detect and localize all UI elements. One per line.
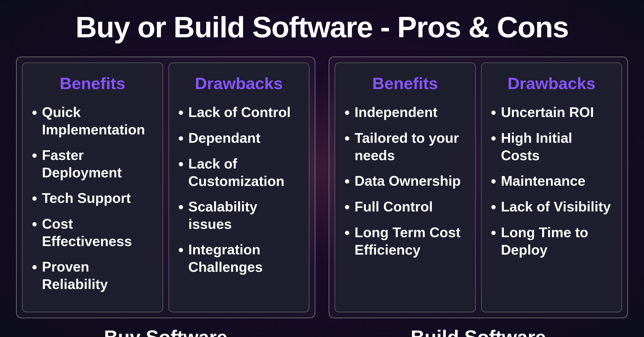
- buy-section-label: Buy Software: [16, 326, 315, 337]
- build-section-label: Build Software: [329, 326, 628, 337]
- list-item: Data Ownership: [345, 172, 466, 190]
- buy-drawbacks-list: Lack of Control Dependant Lack of Custom…: [178, 104, 300, 301]
- build-benefits-list: Independent Tailored to your needs Data …: [345, 104, 466, 301]
- list-item: Lack of Customization: [178, 155, 300, 190]
- list-item: Maintenance: [491, 172, 612, 190]
- buy-section: Benefits Quick Implementation Faster Dep…: [16, 57, 315, 337]
- list-item: Proven Reliability: [32, 258, 153, 293]
- buy-drawbacks-card: Drawbacks Lack of Control Dependant Lack…: [169, 63, 310, 312]
- list-item: Scalability issues: [178, 198, 300, 233]
- list-item: Long Term Cost Efficiency: [345, 224, 466, 259]
- list-item: Independent: [345, 104, 466, 121]
- list-item: High Initial Costs: [491, 129, 612, 164]
- list-item: Quick Implementation: [32, 104, 153, 138]
- build-drawbacks-heading: Drawbacks: [491, 74, 612, 93]
- list-item: Uncertain ROI: [491, 104, 612, 121]
- list-item: Faster Deployment: [32, 146, 153, 181]
- buy-benefits-list: Quick Implementation Faster Deployment T…: [32, 104, 153, 301]
- buy-cards-wrapper: Benefits Quick Implementation Faster Dep…: [16, 57, 315, 318]
- build-section: Benefits Independent Tailored to your ne…: [329, 57, 628, 337]
- build-benefits-card: Benefits Independent Tailored to your ne…: [335, 63, 476, 312]
- build-drawbacks-card: Drawbacks Uncertain ROI High Initial Cos…: [481, 63, 622, 312]
- list-item: Full Control: [345, 198, 466, 216]
- list-item: Integration Challenges: [178, 241, 300, 276]
- list-item: Cost Effectiveness: [32, 215, 153, 250]
- buy-drawbacks-heading: Drawbacks: [178, 74, 300, 93]
- build-cards-wrapper: Benefits Independent Tailored to your ne…: [329, 57, 628, 318]
- buy-benefits-card: Benefits Quick Implementation Faster Dep…: [22, 63, 163, 312]
- list-item: Lack of Control: [178, 104, 300, 121]
- list-item: Tailored to your needs: [345, 129, 466, 164]
- list-item: Tech Support: [32, 189, 153, 207]
- list-item: Dependant: [178, 129, 300, 147]
- page-title: Buy or Build Software - Pros & Cons: [76, 11, 569, 43]
- buy-benefits-heading: Benefits: [32, 74, 153, 93]
- list-item: Lack of Visibility: [491, 198, 612, 216]
- build-drawbacks-list: Uncertain ROI High Initial Costs Mainten…: [491, 104, 612, 301]
- list-item: Long Time to Deploy: [491, 224, 612, 259]
- build-benefits-heading: Benefits: [345, 74, 466, 93]
- main-content: Benefits Quick Implementation Faster Dep…: [16, 57, 628, 337]
